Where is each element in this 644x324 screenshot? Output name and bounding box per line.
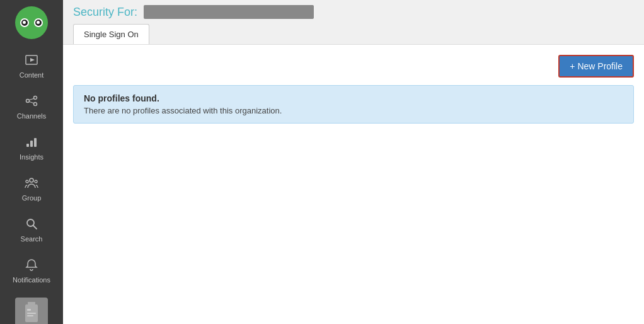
- svg-rect-15: [28, 302, 35, 304]
- security-for-value: [144, 5, 314, 19]
- toolbar: + New Profile: [73, 55, 634, 78]
- sidebar-item-search[interactable]: Search: [0, 209, 63, 250]
- content-icon: [25, 53, 38, 69]
- sidebar-item-insights-label: Insights: [20, 153, 43, 161]
- sidebar: Content Channels: [0, 0, 63, 324]
- sidebar-item-group[interactable]: Group: [0, 168, 63, 209]
- svg-line-14: [33, 226, 37, 229]
- tab-single-sign-on[interactable]: Single Sign On: [73, 24, 149, 44]
- svg-rect-20: [27, 309, 31, 311]
- channels-icon: [25, 94, 38, 110]
- sidebar-item-notifications-label: Notifications: [13, 276, 50, 284]
- avatar[interactable]: [15, 298, 48, 324]
- group-icon: [25, 176, 38, 192]
- logo-eyes: [20, 18, 43, 27]
- logo-eye-left: [20, 18, 29, 27]
- sidebar-item-insights[interactable]: Insights: [0, 127, 63, 168]
- svg-rect-21: [27, 313, 36, 314]
- svg-rect-8: [30, 141, 33, 147]
- tabs: Single Sign On: [73, 24, 634, 44]
- sidebar-item-channels[interactable]: Channels: [0, 86, 63, 127]
- svg-point-4: [34, 103, 37, 106]
- svg-point-10: [30, 178, 33, 182]
- security-for-label: Security For:: [73, 6, 137, 19]
- sidebar-nav: Content Channels: [0, 45, 63, 291]
- svg-point-2: [26, 100, 30, 103]
- notifications-icon: [25, 258, 38, 274]
- svg-line-6: [29, 101, 34, 103]
- svg-marker-1: [30, 58, 35, 62]
- svg-point-11: [26, 180, 28, 183]
- sidebar-item-search-label: Search: [21, 235, 43, 243]
- svg-rect-9: [34, 138, 37, 147]
- info-box-title: No profiles found.: [84, 93, 623, 103]
- svg-line-5: [29, 98, 34, 100]
- insights-icon: [25, 135, 38, 151]
- sidebar-logo: [0, 0, 63, 45]
- sidebar-bottom: [0, 291, 63, 324]
- new-profile-button[interactable]: + New Profile: [558, 55, 634, 78]
- search-icon: [25, 217, 38, 233]
- sidebar-item-content-label: Content: [20, 71, 44, 79]
- sidebar-item-notifications[interactable]: Notifications: [0, 250, 63, 291]
- sidebar-item-channels-label: Channels: [17, 112, 46, 120]
- svg-point-12: [35, 180, 37, 183]
- logo-eye-right: [34, 18, 43, 27]
- content-area: + New Profile No profiles found. There a…: [63, 45, 644, 324]
- app-logo: [15, 6, 48, 39]
- security-for-row: Security For:: [73, 5, 634, 24]
- svg-point-3: [34, 96, 37, 100]
- sidebar-item-group-label: Group: [22, 194, 42, 202]
- sidebar-item-content[interactable]: Content: [0, 45, 63, 86]
- header: Security For: Single Sign On: [63, 0, 644, 45]
- info-box: No profiles found. There are no profiles…: [73, 85, 634, 124]
- svg-rect-22: [27, 315, 33, 316]
- svg-rect-7: [26, 144, 29, 147]
- info-box-text: There are no profiles associated with th…: [84, 106, 623, 115]
- main-content: Security For: Single Sign On + New Profi…: [63, 0, 644, 324]
